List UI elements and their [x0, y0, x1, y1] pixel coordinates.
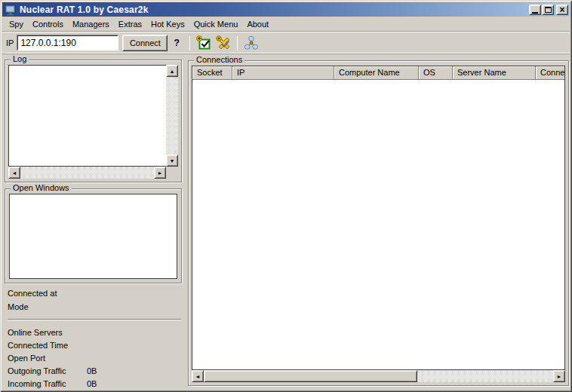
help-button[interactable]: ? — [174, 38, 179, 48]
open-windows-group-label: Open Windows — [11, 183, 72, 192]
connected-at-label: Connected at — [8, 286, 181, 300]
network-topology-icon[interactable] — [244, 35, 259, 51]
connect-button[interactable]: Connect — [122, 35, 168, 51]
menu-item-controls[interactable]: Controls — [28, 18, 68, 30]
outgoing-traffic-row: Outgoing Traffic 0B — [8, 365, 181, 378]
outgoing-traffic-value: 0B — [87, 365, 97, 378]
log-vertical-scrollbar[interactable]: ▲ ▼ — [166, 65, 178, 167]
close-icon: × — [559, 6, 564, 14]
column-header-computer-name[interactable]: Computer Name — [334, 66, 419, 80]
menu-item-about[interactable]: About — [242, 18, 273, 30]
menu-item-managers[interactable]: Managers — [68, 18, 114, 30]
connections-body[interactable] — [192, 80, 564, 369]
column-header-socket[interactable]: Socket — [192, 66, 232, 80]
incoming-traffic-label: Incoming Traffic — [8, 378, 87, 390]
title-bar[interactable]: Nuclear RAT 1.0 by Caesar2k × — [2, 2, 570, 17]
ip-input[interactable] — [17, 35, 118, 51]
incoming-traffic-value: 0B — [87, 378, 97, 390]
connections-wrap: Socket IP Computer Name OS Server Name C… — [192, 66, 565, 382]
scroll-right-icon[interactable]: ► — [154, 167, 166, 179]
online-servers-label: Online Servers — [8, 326, 181, 339]
build-server-icon[interactable] — [216, 35, 231, 51]
scroll-up-icon[interactable]: ▲ — [166, 65, 178, 77]
maximize-icon — [545, 7, 552, 13]
scroll-left-icon[interactable]: ◄ — [8, 167, 20, 179]
mode-label: Mode — [8, 300, 181, 314]
window-title: Nuclear RAT 1.0 by Caesar2k — [20, 5, 529, 15]
menu-item-extras[interactable]: Extras — [114, 18, 146, 30]
open-windows-group: Open Windows — [5, 188, 182, 283]
status-area: Connected at Mode Online Servers Connect… — [8, 286, 181, 390]
close-button[interactable]: × — [556, 5, 568, 15]
connections-horizontal-scrollbar[interactable]: ◄ ► — [192, 370, 565, 382]
open-port-label: Open Port — [8, 352, 181, 365]
incoming-traffic-row: Incoming Traffic 0B — [8, 378, 181, 390]
scroll-track[interactable] — [417, 370, 553, 382]
connected-time-label: Connected Time — [8, 339, 181, 352]
toolbar-separator — [189, 35, 190, 51]
minimize-button[interactable] — [529, 5, 541, 15]
log-horizontal-scrollbar[interactable]: ◄ ► — [8, 167, 166, 179]
menu-item-spy[interactable]: Spy — [5, 18, 28, 30]
minimize-icon — [532, 12, 538, 14]
ip-label: IP — [6, 38, 14, 47]
scroll-left-icon[interactable]: ◄ — [192, 370, 204, 382]
outgoing-traffic-label: Outgoing Traffic — [8, 365, 87, 378]
menu-bar: Spy Controls Managers Extras Hot Keys Qu… — [2, 17, 570, 31]
add-server-check-icon[interactable] — [196, 35, 211, 51]
log-grid: ▲ ▼ ◄ ► — [8, 65, 178, 179]
scroll-down-icon[interactable]: ▼ — [166, 155, 178, 167]
log-group-label: Log — [11, 54, 29, 63]
window-controls: × — [529, 5, 568, 15]
scroll-right-icon[interactable]: ► — [553, 370, 565, 382]
column-header-ip[interactable]: IP — [232, 66, 334, 80]
scrollbar-thumb[interactable] — [204, 370, 417, 382]
scroll-track[interactable] — [20, 167, 154, 179]
connections-list[interactable]: Socket IP Computer Name OS Server Name C… — [192, 66, 565, 370]
column-header-server-name[interactable]: Server Name — [453, 66, 536, 80]
scroll-track[interactable] — [166, 77, 178, 155]
menu-item-hot-keys[interactable]: Hot Keys — [146, 18, 189, 30]
toolbar-separator — [237, 35, 238, 51]
column-header-os[interactable]: OS — [419, 66, 453, 80]
connections-header: Socket IP Computer Name OS Server Name C… — [192, 66, 564, 80]
status-separator — [8, 319, 181, 320]
scrollbar-corner — [166, 167, 178, 179]
log-list[interactable] — [8, 65, 166, 167]
app-window: Nuclear RAT 1.0 by Caesar2k × Spy Contro… — [0, 0, 572, 392]
log-group: Log ▲ ▼ ◄ ► — [5, 60, 182, 182]
column-header-connection[interactable]: Connection — [536, 66, 564, 80]
toolbar: IP Connect ? — [2, 31, 570, 54]
maximize-button[interactable] — [542, 5, 554, 15]
app-monitor-icon[interactable] — [5, 4, 17, 16]
connections-group-label: Connections — [194, 55, 244, 64]
open-windows-list[interactable] — [9, 194, 177, 279]
menu-item-quick-menu[interactable]: Quick Menu — [189, 18, 243, 30]
connections-group: Connections Socket IP Computer Name OS S… — [188, 60, 569, 386]
